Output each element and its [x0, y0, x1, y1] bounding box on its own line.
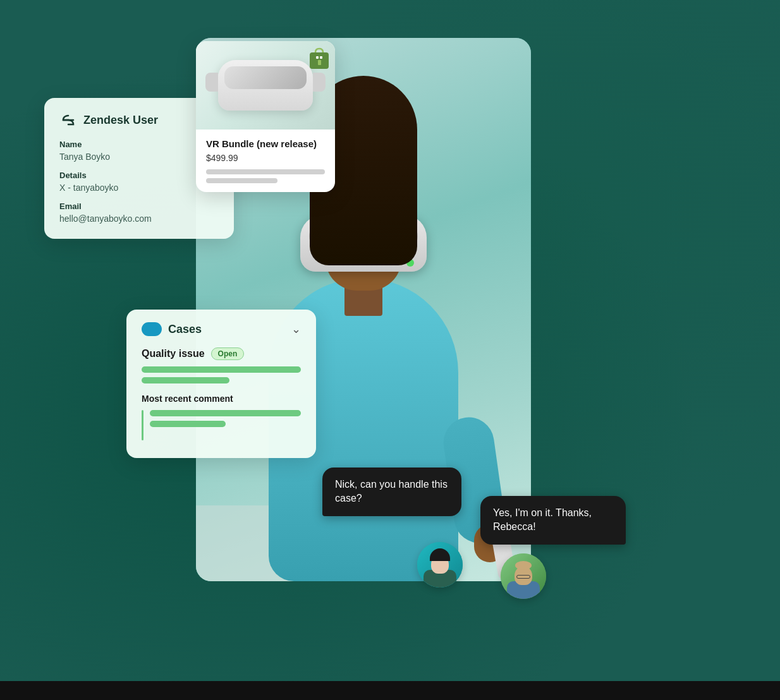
- zendesk-email-value: hello@tanyaboyko.com: [59, 214, 219, 224]
- shopify-product-name: VR Bundle (new release): [206, 138, 325, 149]
- zendesk-name-value: Tanya Boyko: [59, 152, 219, 162]
- chat-bubble-nick: Nick, can you handle this case?: [322, 468, 461, 516]
- salesforce-header: Cases ⌄: [142, 322, 301, 336]
- chat-bubble-rebecca-text: Yes, I'm on it. Thanks, Rebecca!: [493, 507, 592, 532]
- shopify-product-price: $499.99: [206, 153, 325, 163]
- shopify-product-card: VR Bundle (new release) $499.99: [196, 41, 335, 192]
- bottom-navigation-bar: [0, 681, 780, 700]
- chevron-down-icon[interactable]: ⌄: [291, 322, 301, 336]
- shopify-detail-bar-2: [206, 178, 277, 183]
- avatar-glasses: [516, 575, 530, 579]
- vr-strap-left: [205, 73, 218, 92]
- shopify-detail-bar-1: [206, 169, 325, 174]
- salesforce-comment-content: [150, 410, 301, 440]
- salesforce-header-left: Cases: [142, 322, 202, 336]
- vr-strap-right: [313, 73, 326, 92]
- avatar-nick: [501, 553, 546, 599]
- salesforce-comment-line: [142, 410, 143, 440]
- shopify-product-info: VR Bundle (new release) $499.99: [196, 130, 335, 192]
- salesforce-cases-card: Cases ⌄ Quality issue Open Most recent c…: [126, 310, 316, 458]
- zendesk-email-label: Email: [59, 202, 219, 211]
- zendesk-details-label: Details: [59, 171, 219, 180]
- shopify-logo-icon: [308, 46, 330, 70]
- product-vr-headset: [218, 60, 313, 111]
- zendesk-details-value: X - tanyaboyko: [59, 183, 219, 193]
- zendesk-title: Zendesk User: [83, 114, 158, 127]
- svg-rect-3: [320, 56, 322, 59]
- zendesk-logo-icon: [59, 113, 77, 127]
- salesforce-comment-bar-1: [150, 410, 301, 416]
- product-vr-face: [224, 66, 307, 89]
- salesforce-issue-row: Quality issue Open: [142, 347, 301, 360]
- zendesk-name-label: Name: [59, 140, 219, 149]
- salesforce-issue-title: Quality issue: [142, 348, 205, 359]
- salesforce-comment-bar-2: [150, 421, 226, 427]
- salesforce-logo-icon: [142, 322, 162, 336]
- salesforce-title: Cases: [168, 323, 202, 336]
- chat-bubble-nick-text: Nick, can you handle this case?: [335, 479, 448, 504]
- salesforce-bar-1: [142, 366, 301, 373]
- chat-bubble-rebecca: Yes, I'm on it. Thanks, Rebecca!: [480, 496, 626, 545]
- avatar-rebecca: [417, 542, 463, 588]
- salesforce-comment-block: [142, 410, 301, 440]
- svg-rect-4: [318, 60, 321, 65]
- svg-rect-2: [316, 56, 319, 59]
- salesforce-comment-label: Most recent comment: [142, 394, 301, 404]
- salesforce-bar-2: [142, 377, 229, 383]
- avatar-head-2: [515, 561, 532, 570]
- zendesk-header: Zendesk User: [59, 113, 219, 127]
- shopify-product-image: [196, 41, 335, 130]
- salesforce-status-badge: Open: [211, 347, 245, 360]
